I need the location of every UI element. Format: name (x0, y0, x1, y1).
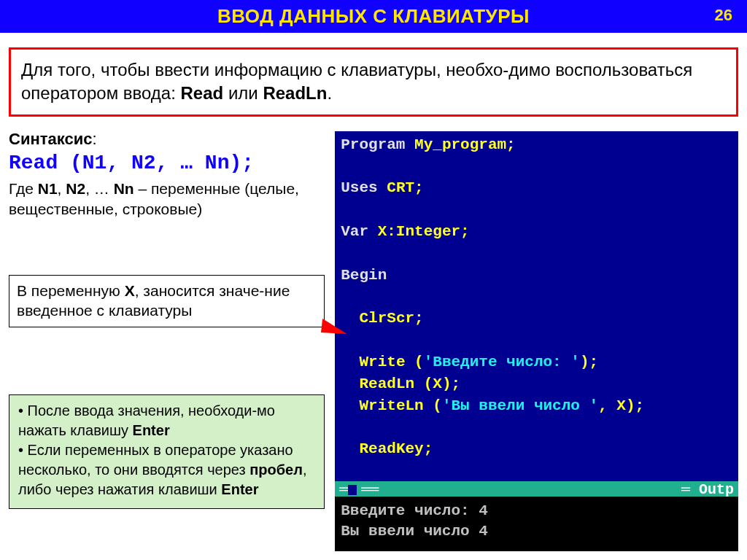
slide-header: ВВОД ДАННЫХ С КЛАВИАТУРЫ 26 (0, 0, 747, 33)
content-row: Синтаксис: Read (N1, N2, … Nn); Где N1, … (0, 130, 747, 551)
slide-title: ВВОД ДАННЫХ С КЛАВИАТУРЫ (217, 5, 530, 28)
arrow-icon (321, 317, 352, 351)
intro-op-read: Read (181, 83, 224, 103)
intro-op-readln: ReadLn (263, 83, 327, 103)
where-text: Где N1, N2, … Nn – переменные (целые, ве… (9, 179, 325, 220)
tips-box: • После ввода значения, необходи-мо нажа… (9, 394, 325, 509)
code-line-1: Program My_program; (341, 134, 732, 156)
read-syntax: Read (N1, N2, … Nn); (9, 152, 325, 174)
code-line-4: Begin (341, 265, 732, 287)
code-line-7: ReadLn (X); (341, 373, 732, 395)
code-line-6: Write ('Введите число: '); (341, 351, 732, 373)
code-line-8: WriteLn ('Вы ввели число ', X); (341, 395, 732, 417)
intro-text: Для того, чтобы ввести информацию с клав… (21, 60, 692, 103)
right-column: Program My_program; Uses CRT; Var X:Inte… (335, 130, 738, 551)
code-pane: Program My_program; Uses CRT; Var X:Inte… (335, 131, 738, 551)
output-line-2: Вы ввели число 4 (341, 521, 732, 542)
code-line-2: Uses CRT; (341, 177, 732, 199)
code-line-5: ClrScr; (341, 308, 732, 330)
tip-1: • После ввода значения, необходи-мо нажа… (18, 401, 315, 440)
code-line-9: ReadKey; (341, 438, 732, 460)
syntax-label-row: Синтаксис: (9, 130, 325, 149)
tip-2: • Если переменных в операторе указано не… (18, 440, 315, 499)
svg-marker-0 (321, 319, 347, 334)
note-box: В переменную X, заносится значе-ние введ… (9, 275, 325, 327)
syntax-label: Синтаксис (9, 130, 92, 148)
intro-box: Для того, чтобы ввести информацию с клав… (9, 47, 738, 117)
output-pane: Введите число: 4 Вы ввели число 4 (335, 497, 738, 551)
output-line-1: Введите число: 4 (341, 501, 732, 521)
code-line-3: Var X:Integer; (341, 221, 732, 243)
slide-number: 26 (715, 6, 732, 25)
left-column: Синтаксис: Read (N1, N2, … Nn); Где N1, … (9, 130, 325, 551)
